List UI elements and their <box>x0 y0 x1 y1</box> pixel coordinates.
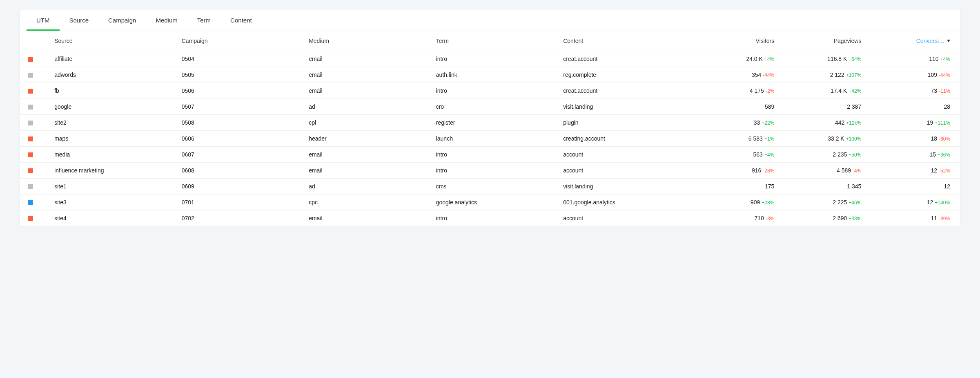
cell-visitors-value: 710 <box>755 215 764 221</box>
cell-pageviews: 17.4 K+42% <box>779 83 866 99</box>
cell-term: auth.link <box>431 67 559 83</box>
cell-content: 001.google.analytics <box>558 195 692 210</box>
cell-visitors-value: 175 <box>765 183 774 190</box>
cell-medium: header <box>304 131 431 147</box>
cell-pageviews-delta: +46% <box>849 200 861 206</box>
tab-medium[interactable]: Medium <box>146 10 187 31</box>
cell-conversions-delta: +111% <box>935 120 950 126</box>
cell-campaign: 0607 <box>177 147 304 163</box>
table-header-row: Source Campaign Medium Term Content Visi… <box>20 31 960 51</box>
table-row[interactable]: affiliate0504emailintrocreat.account24.0… <box>20 51 960 67</box>
header-campaign[interactable]: Campaign <box>177 31 304 51</box>
cell-conversions-value: 73 <box>931 87 937 94</box>
cell-content: reg.complete <box>558 67 692 83</box>
table-row[interactable]: adwords0505emailauth.linkreg.complete354… <box>20 67 960 83</box>
status-swatch-icon <box>28 121 33 125</box>
table-row[interactable]: media0607emailintroaccount563+4%2 235+50… <box>20 147 960 163</box>
cell-visitors: 354-44% <box>692 67 779 83</box>
status-swatch-icon <box>28 57 33 62</box>
cell-pageviews-delta: +33% <box>849 216 861 221</box>
cell-campaign: 0506 <box>177 83 304 99</box>
cell-visitors-value: 24.0 K <box>746 56 762 62</box>
header-medium[interactable]: Medium <box>304 31 431 51</box>
table-row[interactable]: site30701cpcgoogle analytics001.google.a… <box>20 195 960 210</box>
tab-campaign[interactable]: Campaign <box>98 10 146 31</box>
cell-conversions-delta: -11% <box>939 88 950 94</box>
row-swatch-cell <box>20 51 49 67</box>
cell-visitors: 6 583+1% <box>692 131 779 147</box>
table-row[interactable]: google0507adcrovisit.landing5892 38728 <box>20 99 960 115</box>
cell-pageviews-delta: +42% <box>849 88 861 94</box>
cell-pageviews-delta: +100% <box>846 136 862 142</box>
cell-visitors: 916-28% <box>692 163 779 179</box>
header-pageviews[interactable]: Pageviews <box>779 31 866 51</box>
cell-source: site1 <box>49 179 177 195</box>
cell-pageviews-delta: +64% <box>849 56 861 62</box>
cell-content: creating.account <box>558 131 692 147</box>
cell-pageviews: 4 589-4% <box>779 163 866 179</box>
tab-term[interactable]: Term <box>187 10 220 31</box>
cell-pageviews: 2 122+107% <box>779 67 866 83</box>
cell-source: fb <box>49 83 177 99</box>
cell-visitors-delta: +28% <box>762 200 774 206</box>
cell-source: site2 <box>49 115 177 131</box>
cell-pageviews-value: 442 <box>835 119 844 126</box>
cell-campaign: 0702 <box>177 210 304 226</box>
cell-medium: email <box>304 163 431 179</box>
table-row[interactable]: fb0506emailintrocreat.account4 175-2%17.… <box>20 83 960 99</box>
header-content[interactable]: Content <box>558 31 692 51</box>
cell-pageviews-value: 4 589 <box>837 167 851 174</box>
cell-visitors: 589 <box>692 99 779 115</box>
cell-visitors-value: 6 583 <box>748 135 763 142</box>
cell-content: visit.landing <box>558 99 692 115</box>
tab-content[interactable]: Content <box>220 10 262 31</box>
row-swatch-cell <box>20 210 49 226</box>
cell-term: intro <box>431 51 559 67</box>
header-conversions[interactable]: Conversi… <box>866 31 960 51</box>
cell-visitors-value: 4 175 <box>750 87 764 94</box>
cell-conversions-delta: -52% <box>939 168 950 174</box>
cell-medium: cpl <box>304 115 431 131</box>
cell-medium: email <box>304 147 431 163</box>
table-row[interactable]: maps0606headerlaunchcreating.account6 58… <box>20 131 960 147</box>
tab-utm[interactable]: UTM <box>27 10 60 31</box>
cell-source: site4 <box>49 210 177 226</box>
cell-pageviews-delta: +107% <box>846 72 862 78</box>
cell-conversions: 19+111% <box>866 115 960 131</box>
header-visitors[interactable]: Visitors <box>692 31 779 51</box>
cell-conversions-delta: -39% <box>939 216 950 221</box>
cell-visitors-delta: -28% <box>763 168 774 174</box>
table-row[interactable]: site20508cplregisterplugin33+22%442+12k%… <box>20 115 960 131</box>
cell-visitors: 563+4% <box>692 147 779 163</box>
header-source[interactable]: Source <box>49 31 177 51</box>
status-swatch-icon <box>28 73 33 78</box>
cell-visitors-delta: -2% <box>766 88 774 94</box>
cell-source: media <box>49 147 177 163</box>
cell-source: maps <box>49 131 177 147</box>
cell-medium: email <box>304 83 431 99</box>
cell-conversions-delta: -60% <box>939 136 950 142</box>
tab-source[interactable]: Source <box>60 10 99 31</box>
cell-campaign: 0606 <box>177 131 304 147</box>
cell-conversions: 109-44% <box>866 67 960 83</box>
cell-campaign: 0701 <box>177 195 304 210</box>
cell-source: site3 <box>49 195 177 210</box>
cell-pageviews-value: 33.2 K <box>828 135 844 142</box>
cell-content: creat.account <box>558 51 692 67</box>
cell-visitors: 24.0 K+4% <box>692 51 779 67</box>
header-term[interactable]: Term <box>431 31 559 51</box>
cell-campaign: 0507 <box>177 99 304 115</box>
table-row[interactable]: site40702emailintroaccount710-3%2 690+33… <box>20 210 960 226</box>
cell-pageviews-value: 2 235 <box>833 151 847 158</box>
cell-campaign: 0609 <box>177 179 304 195</box>
table-row[interactable]: influence marketing0608emailintroaccount… <box>20 163 960 179</box>
cell-campaign: 0504 <box>177 51 304 67</box>
table-row[interactable]: site10609adcmsvisit.landing1751 34512 <box>20 179 960 195</box>
cell-source: google <box>49 99 177 115</box>
cell-term: intro <box>431 210 559 226</box>
cell-conversions-value: 12 <box>927 199 933 206</box>
utm-table: Source Campaign Medium Term Content Visi… <box>20 31 960 226</box>
cell-pageviews-value: 2 122 <box>830 72 844 78</box>
cell-medium: email <box>304 67 431 83</box>
cell-conversions: 73-11% <box>866 83 960 99</box>
